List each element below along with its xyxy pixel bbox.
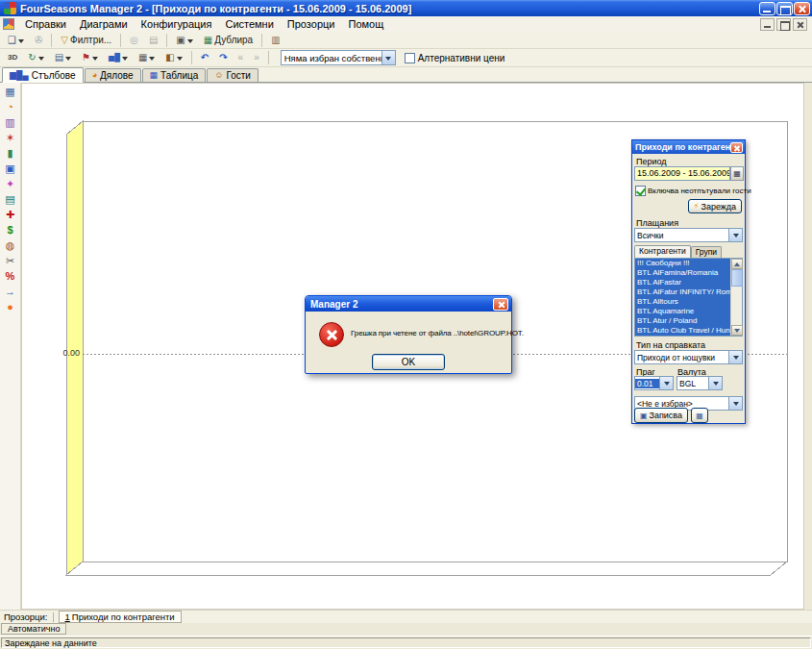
status-text: Зареждане на данните: [1, 637, 811, 648]
list-item[interactable]: BTL Auto Club Travel / Hunga: [635, 326, 730, 336]
window-tab[interactable]: 1 Приходи по контрагенти: [59, 611, 182, 623]
currency-combobox[interactable]: BGL: [677, 376, 723, 390]
grid-button[interactable]: ▦: [134, 50, 160, 65]
book-button[interactable]: ▥: [266, 33, 284, 48]
load-button[interactable]: ⚡ Зарежда: [688, 199, 742, 213]
list-item[interactable]: BTL AlFatur INFINITY/ Romani: [635, 287, 730, 297]
sidebar-icon-4[interactable]: ✶: [2, 131, 19, 145]
panel-close-icon[interactable]: [730, 142, 743, 153]
calendar-button[interactable]: ▦: [730, 166, 744, 181]
chevron-down-icon[interactable]: [708, 377, 722, 389]
filter-icon: ▽: [61, 35, 68, 46]
dialog-title-bar[interactable]: Manager 2: [306, 296, 511, 312]
series-button[interactable]: ▅█: [104, 50, 133, 65]
options-button[interactable]: ▦: [691, 408, 708, 423]
tab-columns[interactable]: ▆█▄ Стълбове: [2, 67, 84, 83]
ok-button[interactable]: OK: [372, 354, 445, 370]
mdi-close-icon[interactable]: [793, 18, 807, 31]
calendar-icon: ▦: [733, 169, 741, 178]
new-report-button[interactable]: ❑: [3, 33, 29, 48]
list-item[interactable]: BTL AlFamina/Romania: [635, 268, 730, 278]
legend-button[interactable]: ▤: [50, 50, 76, 65]
list-item[interactable]: BTL Aquamarine: [635, 307, 730, 316]
list-item[interactable]: !!! Свободни !!!: [635, 259, 730, 268]
menu-item-3[interactable]: Конфигурация: [135, 17, 219, 31]
save-button[interactable]: ✇: [30, 33, 47, 48]
chevron-down-icon[interactable]: [728, 351, 742, 363]
alt-prices-checkbox[interactable]: [405, 53, 415, 63]
sidebar-icon-8[interactable]: ▤: [2, 192, 19, 207]
sidebar-icon-percent[interactable]: %: [2, 269, 19, 284]
tab-shares[interactable]: ◕ Дялове: [85, 68, 141, 82]
sidebar-icon-1[interactable]: ▦: [2, 85, 19, 99]
include-guests-checkbox[interactable]: [635, 186, 646, 196]
tab-guests[interactable]: ☺ Гости: [207, 68, 258, 82]
chevron-down-icon[interactable]: [728, 229, 742, 241]
sidebar-icon-dollar[interactable]: $: [2, 223, 19, 237]
close-icon[interactable]: [794, 2, 810, 15]
menu-item-2[interactable]: Диаграми: [73, 17, 135, 31]
undo-button[interactable]: ↶: [196, 50, 213, 65]
filters-button[interactable]: ▽ Филтри...: [56, 33, 116, 48]
separator: [166, 34, 167, 47]
list-item[interactable]: BTL AlFastar: [635, 278, 730, 287]
list-item[interactable]: BTL Atur / Poland: [635, 316, 730, 326]
chevron-down-icon[interactable]: [659, 377, 673, 389]
chart-3d-button[interactable]: 3D: [3, 50, 22, 65]
mdi-minimize-icon[interactable]: [760, 18, 775, 31]
maximize-icon[interactable]: [776, 2, 793, 15]
contractors-list: !!! Свободни !!! BTL AlFamina/Romania BT…: [635, 259, 730, 336]
save-report-button[interactable]: ▣ Записва: [634, 408, 688, 423]
dialog-close-icon[interactable]: [493, 298, 508, 311]
sidebar-icon-3[interactable]: ▥: [2, 115, 19, 130]
owners-combobox[interactable]: Няма избран собственици: [281, 50, 396, 65]
dropdown-arrow-icon: [18, 39, 24, 46]
rotate-button[interactable]: ↻: [23, 50, 48, 65]
period-field[interactable]: 15.06.2009 - 15.06.2009: [634, 166, 730, 181]
menu-item-6[interactable]: Помощ: [341, 17, 390, 31]
panel-title-bar[interactable]: Приходи по контрагенти: [632, 140, 745, 154]
sidebar-icon-2[interactable]: ◔: [2, 100, 19, 114]
menu-item-5[interactable]: Прозорци: [281, 17, 342, 31]
document-icon[interactable]: [3, 18, 14, 30]
sidebar-icon-6[interactable]: ▣: [2, 162, 19, 176]
threshold-combobox[interactable]: 0.01: [634, 376, 674, 390]
filters-button-label: Филтри...: [70, 35, 111, 45]
sidebar-icon-14[interactable]: →: [2, 285, 19, 299]
print-preview-button[interactable]: ◎: [125, 33, 143, 48]
marks-button[interactable]: ⚑: [77, 50, 103, 65]
tab-contractors[interactable]: Контрагенти: [634, 245, 691, 258]
rotate-icon: ↻: [28, 52, 36, 63]
sidebar-icon-7[interactable]: ✦: [2, 177, 19, 191]
dialog-body: Грешка при четене от файла ..\hotel\GROU…: [306, 312, 511, 373]
sidebar-icon-5[interactable]: ▮: [2, 146, 19, 161]
print-button[interactable]: ▤: [144, 33, 162, 48]
next-button[interactable]: »: [249, 50, 264, 65]
chevron-down-icon[interactable]: [728, 397, 742, 410]
list-scrollbar[interactable]: [730, 259, 742, 336]
automatic-button[interactable]: Автоматично: [1, 623, 66, 635]
redo-button[interactable]: ↷: [214, 50, 232, 65]
save-report-button-label: Записва: [650, 411, 683, 420]
scroll-down-icon[interactable]: [731, 325, 743, 336]
chevron-down-icon[interactable]: [381, 51, 395, 64]
menu-item-4[interactable]: Системни: [218, 17, 280, 31]
scroll-thumb[interactable]: [731, 269, 743, 287]
paint-button[interactable]: ◧: [160, 50, 186, 65]
sidebar-icon-11[interactable]: ◍: [2, 238, 19, 253]
list-item[interactable]: BTL Alltours: [635, 297, 730, 307]
tab-table[interactable]: ▦ Таблица: [142, 68, 207, 82]
sidebar-icon-9[interactable]: ✚: [2, 208, 19, 222]
minimize-icon[interactable]: [759, 2, 775, 15]
mdi-restore-icon[interactable]: [776, 18, 791, 31]
report-type-combobox[interactable]: Приходи от нощувки: [634, 350, 743, 364]
tab-groups[interactable]: Групи: [691, 246, 722, 258]
copy-button[interactable]: ▣: [171, 33, 197, 48]
previous-button[interactable]: «: [234, 50, 249, 65]
scroll-up-icon[interactable]: [731, 259, 743, 269]
menu-item-1[interactable]: Справки: [18, 17, 73, 31]
sidebar-icon-12[interactable]: ✂: [2, 254, 19, 268]
sidebar-icon-15[interactable]: ●: [2, 300, 19, 314]
duplicate-button[interactable]: ▦ Дублира: [199, 33, 258, 48]
payments-combobox[interactable]: Всички: [634, 228, 743, 242]
